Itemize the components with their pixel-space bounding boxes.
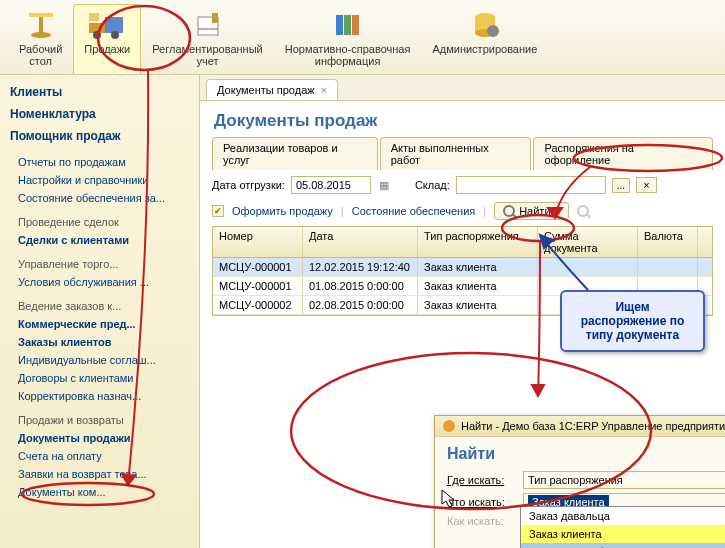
dd-opt-3[interactable]: Заказ переработчику — [521, 543, 725, 548]
svg-rect-4 — [105, 17, 123, 33]
subtab-acts[interactable]: Акты выполненных работ — [380, 137, 532, 170]
svg-rect-9 — [212, 13, 218, 23]
calendar-icon[interactable]: ▦ — [377, 179, 391, 192]
side-deals-sec: Проведение сделок — [0, 213, 199, 231]
svg-rect-0 — [29, 13, 53, 17]
subtab-realizations[interactable]: Реализации товаров и услуг — [212, 137, 378, 170]
db-icon — [465, 9, 505, 41]
side-clients[interactable]: Клиенты — [0, 81, 199, 103]
grid-header: Номер Дата Тип распоряжения Сумма докуме… — [213, 227, 712, 258]
toolbar-ref[interactable]: Нормативно-справочная информация — [274, 4, 422, 74]
side-ind[interactable]: Индивидуальные соглаш... — [0, 351, 199, 369]
wh-clear-btn[interactable]: × — [636, 177, 656, 193]
subtabs: Реализации товаров и услуг Акты выполнен… — [200, 137, 725, 170]
truck-icon — [87, 9, 127, 41]
toolbar-desktop-label: Рабочий стол — [19, 43, 62, 67]
dialog-title: Найти - Демо база 1C:ERP Управление пред… — [461, 420, 725, 432]
side-orders-sec: Ведение заказов к... — [0, 297, 199, 315]
how-label: Как искать: — [447, 515, 517, 527]
col-number[interactable]: Номер — [213, 227, 303, 257]
svg-rect-7 — [89, 13, 99, 21]
toolbar-reg[interactable]: Регламентированный учет — [141, 4, 274, 74]
format-checkbox[interactable]: ✔ — [212, 205, 224, 217]
svg-point-2 — [31, 32, 51, 38]
toolbar-ref-label: Нормативно-справочная информация — [285, 43, 411, 67]
side-state[interactable]: Состояние обеспечения за... — [0, 189, 199, 207]
tab-close-icon[interactable]: × — [321, 84, 327, 96]
side-deals[interactable]: Сделки с клиентами — [0, 231, 199, 249]
book-icon — [188, 9, 228, 41]
what-dropdown: Заказ давальца Заказ клиента Заказ перер… — [520, 506, 725, 548]
dialog-titlebar[interactable]: Найти - Демо база 1C:ERP Управление пред… — [435, 416, 725, 437]
main-toolbar: Рабочий стол Продажи Регламентированный … — [0, 0, 725, 75]
side-correct[interactable]: Корректировка назнач... — [0, 387, 199, 405]
svg-rect-1 — [39, 17, 43, 33]
format-label[interactable]: Оформить продажу — [232, 205, 333, 217]
find-dialog: Найти - Демо база 1C:ERP Управление пред… — [434, 415, 725, 548]
svg-rect-10 — [336, 15, 343, 35]
side-kom[interactable]: Документы ком... — [0, 483, 199, 501]
side-terms[interactable]: Условия обслуживания ... — [0, 273, 199, 291]
side-reports[interactable]: Отчеты по продажам — [0, 153, 199, 171]
where-label: Где искать: — [447, 474, 517, 486]
col-sum[interactable]: Сумма документа — [538, 227, 638, 257]
desk-icon — [21, 9, 61, 41]
dd-opt-1[interactable]: Заказ давальца — [521, 507, 725, 525]
svg-rect-11 — [344, 15, 351, 35]
action-row: ✔ Оформить продажу | Состояние обеспечен… — [200, 200, 725, 226]
side-docs[interactable]: Документы продажи — [0, 429, 199, 447]
tab-bar: Документы продаж × — [200, 75, 725, 101]
subtab-orders[interactable]: Распоряжения на оформление — [533, 137, 713, 170]
col-currency[interactable]: Валюта — [638, 227, 698, 257]
ship-date-input[interactable] — [291, 176, 371, 194]
ship-label: Дата отгрузки: — [212, 179, 285, 191]
toolbar-desktop[interactable]: Рабочий стол — [8, 4, 73, 74]
annotation-callout: Ищем распоряжение по типу документа — [560, 290, 705, 352]
side-contracts[interactable]: Договоры с клиентами — [0, 369, 199, 387]
svg-point-6 — [111, 31, 119, 39]
wh-label: Склад: — [415, 179, 450, 191]
side-returns-sec: Продажи и возвраты — [0, 411, 199, 429]
dialog-heading: Найти — [447, 445, 725, 463]
svg-point-16 — [487, 25, 499, 37]
side-offers[interactable]: Коммерческие пред... — [0, 315, 199, 333]
col-type[interactable]: Тип распоряжения — [418, 227, 538, 257]
find-label: Найти... — [519, 205, 560, 217]
dd-opt-2[interactable]: Заказ клиента — [521, 525, 725, 543]
tab-label: Документы продаж — [217, 84, 315, 96]
state-link[interactable]: Состояние обеспечения — [352, 205, 476, 217]
sidebar: Клиенты Номенклатура Помощник продаж Отч… — [0, 75, 200, 548]
toolbar-sales[interactable]: Продажи — [73, 4, 141, 74]
page-title: Документы продаж — [200, 101, 725, 137]
side-nomen[interactable]: Номенклатура — [0, 103, 199, 125]
app-icon — [443, 420, 455, 432]
search-icon — [503, 205, 515, 217]
side-mgmt-sec: Управление торго... — [0, 255, 199, 273]
toolbar-admin-label: Администрирование — [432, 43, 537, 55]
books-icon — [328, 9, 368, 41]
side-settings[interactable]: Настройки и справочники — [0, 171, 199, 189]
tab-docs[interactable]: Документы продаж × — [206, 79, 338, 100]
toolbar-admin[interactable]: Администрирование — [421, 4, 548, 74]
table-row[interactable]: МСЦУ-000001 12.02.2015 19:12:40 Заказ кл… — [213, 258, 712, 277]
col-date[interactable]: Дата — [303, 227, 418, 257]
side-ret-req[interactable]: Заявки на возврат това... — [0, 465, 199, 483]
wh-select-btn[interactable]: ... — [612, 178, 630, 193]
filter-row: Дата отгрузки: ▦ Склад: ... × — [200, 170, 725, 200]
side-helper[interactable]: Помощник продаж — [0, 125, 199, 147]
find-button[interactable]: Найти... — [494, 202, 569, 220]
side-orders[interactable]: Заказы клиентов — [0, 333, 199, 351]
side-invoices[interactable]: Счета на оплату — [0, 447, 199, 465]
toolbar-sales-label: Продажи — [84, 43, 130, 55]
wh-input[interactable] — [456, 176, 606, 194]
svg-rect-12 — [352, 15, 359, 35]
where-input[interactable]: Тип распоряжения — [523, 471, 725, 489]
svg-point-5 — [93, 31, 101, 39]
search-clear-icon[interactable] — [577, 205, 589, 217]
what-label: Что искать: — [447, 496, 517, 508]
toolbar-reg-label: Регламентированный учет — [152, 43, 263, 67]
